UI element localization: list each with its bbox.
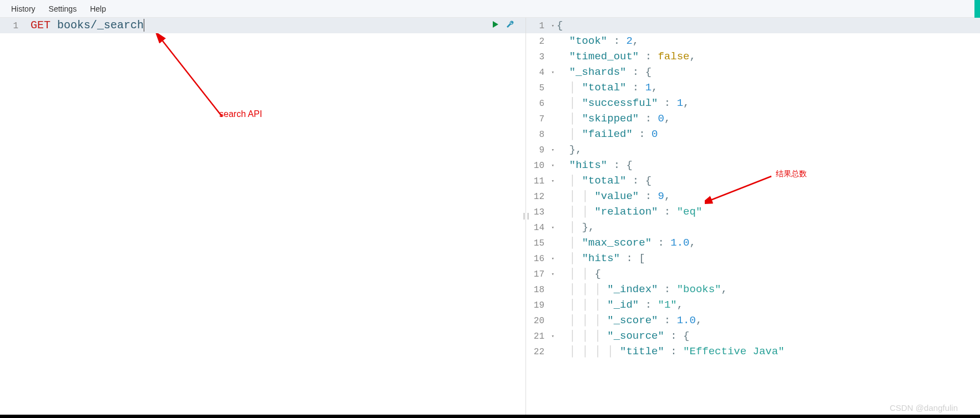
response-line[interactable]: 5 │ "total" : 1, xyxy=(526,80,980,95)
response-code: }, xyxy=(557,142,980,157)
fold-icon[interactable]: ▾ xyxy=(552,65,554,80)
response-line[interactable]: 3 "timed_out" : false, xyxy=(526,49,980,64)
response-code: │ │ │ "_source" : { xyxy=(557,328,980,344)
side-accent xyxy=(974,0,980,18)
response-line[interactable]: 19 │ │ │ "_id" : "1", xyxy=(526,297,980,313)
response-line[interactable]: 12 │ │ "value" : 9, xyxy=(526,188,980,204)
response-code: │ │ │ │ "title" : "Effective Java" xyxy=(557,344,980,359)
cursor xyxy=(144,19,151,32)
svg-marker-0 xyxy=(493,21,498,28)
response-line[interactable]: 9▾ }, xyxy=(526,142,980,157)
menu-settings[interactable]: Settings xyxy=(49,4,77,13)
response-line[interactable]: 4▾ "_shards" : { xyxy=(526,64,980,80)
line-number: 12 xyxy=(526,189,557,205)
request-pane[interactable]: 1 GET books/_search search API xyxy=(0,18,526,415)
response-line[interactable]: 8 │ "failed" : 0 xyxy=(526,126,980,142)
wrench-icon[interactable] xyxy=(506,20,514,29)
response-code: │ "successful" : 1, xyxy=(557,95,980,111)
response-code: │ "hits" : [ xyxy=(557,251,980,266)
line-number: 20 xyxy=(526,313,557,329)
line-number: 11▾ xyxy=(526,174,557,189)
line-number: 5 xyxy=(526,80,557,96)
response-code: │ │ │ "_id" : "1", xyxy=(557,297,980,313)
line-number: 18 xyxy=(526,282,557,298)
response-line[interactable]: 10▾ "hits" : { xyxy=(526,157,980,173)
fold-icon[interactable]: ▾ xyxy=(552,267,554,282)
response-line[interactable]: 22 │ │ │ │ "title" : "Effective Java" xyxy=(526,344,980,359)
line-number: 13 xyxy=(526,205,557,220)
response-code: │ │ { xyxy=(557,266,980,282)
menu-history[interactable]: History xyxy=(11,4,36,13)
response-code: "took" : 2, xyxy=(557,33,980,49)
response-code: │ │ │ "_score" : 1.0, xyxy=(557,313,980,328)
response-code: │ │ "relation" : "eq" xyxy=(557,204,980,220)
line-number: 10▾ xyxy=(526,158,557,174)
request-actions xyxy=(491,20,514,29)
fold-icon[interactable]: ▾ xyxy=(552,220,554,236)
line-number: 19 xyxy=(526,298,557,313)
workspace: 1 GET books/_search search API || 1▾{2 "… xyxy=(0,18,980,415)
line-number: 16▾ xyxy=(526,251,557,267)
response-line[interactable]: 6 │ "successful" : 1, xyxy=(526,95,980,111)
response-line[interactable]: 2 "took" : 2, xyxy=(526,33,980,49)
request-code[interactable]: GET books/_search xyxy=(31,18,526,33)
line-number: 7 xyxy=(526,111,557,127)
fold-icon[interactable]: ▾ xyxy=(552,142,554,158)
line-number: 1 xyxy=(0,18,31,34)
fold-icon[interactable]: ▾ xyxy=(552,251,554,267)
response-code: "timed_out" : false, xyxy=(557,49,980,64)
http-method: GET xyxy=(31,19,50,32)
line-number: 8 xyxy=(526,127,557,142)
line-number: 17▾ xyxy=(526,267,557,282)
line-number: 15 xyxy=(526,236,557,251)
line-number: 3 xyxy=(526,49,557,65)
arrow-search-api xyxy=(155,33,228,122)
fold-icon[interactable]: ▾ xyxy=(552,18,554,34)
response-line[interactable]: 7 │ "skipped" : 0, xyxy=(526,111,980,126)
menubar: History Settings Help xyxy=(0,0,980,18)
response-line[interactable]: 20 │ │ │ "_score" : 1.0, xyxy=(526,313,980,328)
annotation-search-api: search API xyxy=(219,109,262,119)
menu-help[interactable]: Help xyxy=(90,4,106,13)
bottom-bar xyxy=(0,415,980,418)
response-code: "hits" : { xyxy=(557,157,980,173)
line-number: 6 xyxy=(526,96,557,111)
line-number: 21▾ xyxy=(526,329,557,344)
response-code: │ │ "value" : 9, xyxy=(557,188,980,204)
response-code: │ "total" : { xyxy=(557,173,980,188)
response-code: │ "skipped" : 0, xyxy=(557,111,980,126)
response-line[interactable]: 1▾{ xyxy=(526,18,980,33)
line-number: 4▾ xyxy=(526,65,557,80)
response-code: │ }, xyxy=(557,220,980,235)
line-number: 1▾ xyxy=(526,18,557,34)
fold-icon[interactable]: ▾ xyxy=(552,174,554,189)
response-line[interactable]: 16▾ │ "hits" : [ xyxy=(526,251,980,266)
request-path: books/_search xyxy=(57,19,144,32)
response-code: │ "total" : 1, xyxy=(557,80,980,95)
response-pane[interactable]: 1▾{2 "took" : 2,3 "timed_out" : false,4▾… xyxy=(526,18,980,415)
response-line[interactable]: 21▾ │ │ │ "_source" : { xyxy=(526,328,980,344)
response-line[interactable]: 13 │ │ "relation" : "eq" xyxy=(526,204,980,220)
line-number: 22 xyxy=(526,344,557,360)
line-number: 2 xyxy=(526,34,557,49)
response-line[interactable]: 15 │ "max_score" : 1.0, xyxy=(526,235,980,251)
response-code: "_shards" : { xyxy=(557,64,980,80)
fold-icon[interactable]: ▾ xyxy=(552,158,554,174)
response-line[interactable]: 18 │ │ │ "_index" : "books", xyxy=(526,282,980,297)
request-line[interactable]: 1 GET books/_search xyxy=(0,18,526,33)
response-line[interactable]: 11▾ │ "total" : { xyxy=(526,173,980,188)
svg-line-1 xyxy=(161,39,222,116)
line-number: 14▾ xyxy=(526,220,557,236)
fold-icon[interactable]: ▾ xyxy=(552,329,554,344)
response-code: │ "failed" : 0 xyxy=(557,126,980,142)
response-line[interactable]: 17▾ │ │ { xyxy=(526,266,980,282)
response-line[interactable]: 14▾ │ }, xyxy=(526,220,980,235)
run-icon[interactable] xyxy=(491,20,500,29)
pane-splitter[interactable]: || xyxy=(523,210,529,222)
line-number: 9▾ xyxy=(526,142,557,158)
response-code: │ "max_score" : 1.0, xyxy=(557,235,980,251)
response-code: { xyxy=(557,18,980,33)
response-code: │ │ │ "_index" : "books", xyxy=(557,282,980,297)
